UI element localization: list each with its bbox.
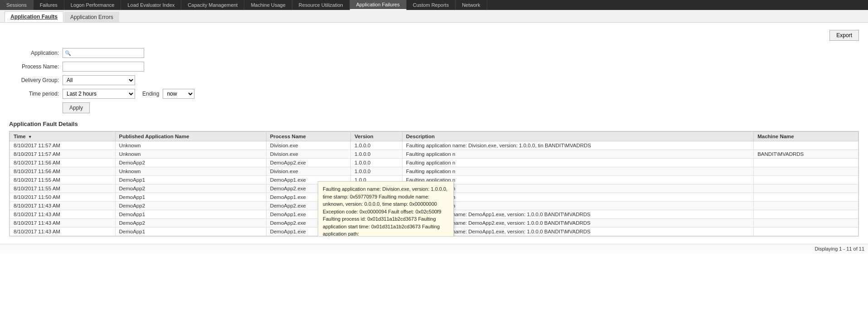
sort-desc-icon: ▼ bbox=[28, 135, 32, 139]
table-row: 8/10/2017 11:57 AMUnknownDivision.exe1.0… bbox=[10, 150, 858, 159]
col-published-app-name-label: Published Application Name bbox=[119, 134, 189, 139]
table-cell: DemoApp1 bbox=[115, 210, 266, 219]
tooltip-popup: Faulting application name: Division.exe,… bbox=[318, 181, 454, 237]
nav-capacity-management[interactable]: Capacity Management bbox=[181, 0, 244, 10]
delivery-group-select[interactable]: All bbox=[63, 75, 135, 85]
table-cell bbox=[754, 141, 858, 150]
table-cell: Unknown bbox=[115, 141, 266, 150]
nav-custom-reports[interactable]: Custom Reports bbox=[407, 0, 456, 10]
tab-application-faults[interactable]: Application Faults bbox=[5, 11, 63, 22]
nav-application-failures[interactable]: Application Failures bbox=[350, 0, 407, 10]
col-machine-name-label: Machine Name bbox=[757, 134, 794, 139]
table-cell bbox=[754, 210, 858, 219]
filter-section: Application: 🔍 Process Name: Delivery Gr… bbox=[9, 48, 859, 113]
application-label: Application: bbox=[9, 50, 59, 56]
ending-label: Ending bbox=[142, 91, 159, 97]
col-description[interactable]: Description bbox=[402, 132, 753, 141]
nav-sessions[interactable]: Sessions bbox=[0, 0, 34, 10]
table-cell: Faulting application name: Division.exe,… bbox=[402, 141, 753, 150]
application-search-wrapper[interactable]: 🔍 bbox=[63, 48, 144, 58]
display-count: Displaying 1 - 11 of 11 bbox=[815, 246, 864, 251]
table-cell: Faulting application name: DemoApp2.exe,… bbox=[402, 219, 753, 227]
table-row: 8/10/2017 11:56 AMDemoApp2DemoApp2.exe1.… bbox=[10, 159, 858, 167]
export-button[interactable]: Export bbox=[829, 30, 859, 41]
ending-select[interactable]: now bbox=[163, 89, 194, 99]
table-cell: Faulting application name: DemoApp1.exe,… bbox=[402, 227, 753, 236]
table-cell: 1.0.0.0 bbox=[351, 159, 402, 167]
export-container: Export bbox=[829, 30, 859, 41]
table-cell: 1.0.0.0 bbox=[351, 150, 402, 159]
table-cell: 1.0.0.0 bbox=[351, 167, 402, 176]
header-row: Export bbox=[9, 30, 859, 44]
nav-resource-utilization[interactable]: Resource Utilization bbox=[292, 0, 350, 10]
table-cell: Faulting application n bbox=[402, 150, 753, 159]
process-name-label: Process Name: bbox=[9, 63, 59, 70]
top-navigation: Sessions Failures Logon Performance Load… bbox=[0, 0, 868, 10]
time-period-filter-row: Time period: Last 2 hours Last 1 hour La… bbox=[9, 89, 859, 99]
table-cell bbox=[754, 167, 858, 176]
table-cell: 8/10/2017 11:55 AM bbox=[10, 184, 116, 193]
table-cell: Faulting application n bbox=[402, 167, 753, 176]
col-machine-name[interactable]: Machine Name bbox=[754, 132, 858, 141]
table-cell: 1.0.0.0 bbox=[351, 141, 402, 150]
main-content: Export Application: 🔍 Process Name: Deli… bbox=[0, 23, 868, 244]
table-cell: DemoApp1 bbox=[115, 176, 266, 184]
table-cell: 8/10/2017 11:56 AM bbox=[10, 159, 116, 167]
col-time[interactable]: Time ▼ bbox=[10, 132, 116, 141]
nav-load-evaluator-index[interactable]: Load Evaluator Index bbox=[121, 0, 181, 10]
table-cell bbox=[754, 202, 858, 210]
table-cell: 8/10/2017 11:43 AM bbox=[10, 202, 116, 210]
col-published-app-name[interactable]: Published Application Name bbox=[115, 132, 266, 141]
application-input[interactable] bbox=[73, 50, 141, 56]
table-cell: Faulting application n bbox=[402, 159, 753, 167]
table-header-row: Time ▼ Published Application Name Proces… bbox=[10, 132, 858, 141]
table-cell: DemoApp2.exe bbox=[266, 159, 351, 167]
process-name-input[interactable] bbox=[63, 62, 144, 72]
table-cell: DemoApp2 bbox=[115, 159, 266, 167]
col-process-name[interactable]: Process Name bbox=[266, 132, 351, 141]
search-icon: 🔍 bbox=[65, 50, 71, 56]
table-cell: 8/10/2017 11:55 AM bbox=[10, 176, 116, 184]
table-cell: DemoApp2 bbox=[115, 184, 266, 193]
nav-logon-performance[interactable]: Logon Performance bbox=[64, 0, 121, 10]
col-process-name-label: Process Name bbox=[270, 134, 306, 139]
table-cell: 8/10/2017 11:43 AM bbox=[10, 227, 116, 236]
table-cell: 8/10/2017 11:43 AM bbox=[10, 219, 116, 227]
nav-machine-usage[interactable]: Machine Usage bbox=[244, 0, 292, 10]
table-cell: Unknown bbox=[115, 167, 266, 176]
table-cell bbox=[754, 227, 858, 236]
nav-failures[interactable]: Failures bbox=[34, 0, 64, 10]
table-cell: Division.exe bbox=[266, 167, 351, 176]
table-cell bbox=[754, 159, 858, 167]
table-cell: 8/10/2017 11:43 AM bbox=[10, 210, 116, 219]
fault-details-table-wrapper[interactable]: Time ▼ Published Application Name Proces… bbox=[9, 131, 859, 237]
apply-button[interactable]: Apply bbox=[63, 102, 90, 113]
tooltip-text: Faulting application name: Division.exe,… bbox=[323, 186, 447, 237]
process-name-filter-row: Process Name: bbox=[9, 62, 859, 72]
table-cell: BANDIT\MVADRDS bbox=[754, 150, 858, 159]
col-time-label: Time bbox=[14, 134, 26, 139]
col-description-label: Description bbox=[406, 134, 435, 139]
sub-tab-bar: Application Faults Application Errors bbox=[0, 10, 868, 23]
section-title: Application Fault Details bbox=[9, 121, 859, 127]
table-cell: 8/10/2017 11:57 AM bbox=[10, 141, 116, 150]
table-row: 8/10/2017 11:57 AMUnknownDivision.exe1.0… bbox=[10, 141, 858, 150]
table-cell: Faulting application n bbox=[402, 202, 753, 210]
table-cell: DemoApp1 bbox=[115, 193, 266, 202]
table-cell bbox=[754, 193, 858, 202]
table-cell: Division.exe bbox=[266, 141, 351, 150]
table-cell bbox=[754, 219, 858, 227]
table-cell: DemoApp1 bbox=[115, 227, 266, 236]
time-period-label: Time period: bbox=[9, 91, 59, 97]
nav-network[interactable]: Network bbox=[456, 0, 487, 10]
col-version[interactable]: Version bbox=[351, 132, 402, 141]
tab-application-errors[interactable]: Application Errors bbox=[64, 12, 119, 22]
status-bar: Displaying 1 - 11 of 11 bbox=[0, 244, 868, 253]
application-filter-row: Application: 🔍 bbox=[9, 48, 859, 58]
table-cell: Unknown bbox=[115, 150, 266, 159]
table-cell: Faulting application name: DemoApp1.exe,… bbox=[402, 210, 753, 219]
table-cell: 8/10/2017 11:56 AM bbox=[10, 167, 116, 176]
table-cell: Faulting application n bbox=[402, 184, 753, 193]
table-cell: 8/10/2017 11:50 AM bbox=[10, 193, 116, 202]
time-period-select[interactable]: Last 2 hours Last 1 hour Last 4 hours La… bbox=[63, 89, 135, 99]
